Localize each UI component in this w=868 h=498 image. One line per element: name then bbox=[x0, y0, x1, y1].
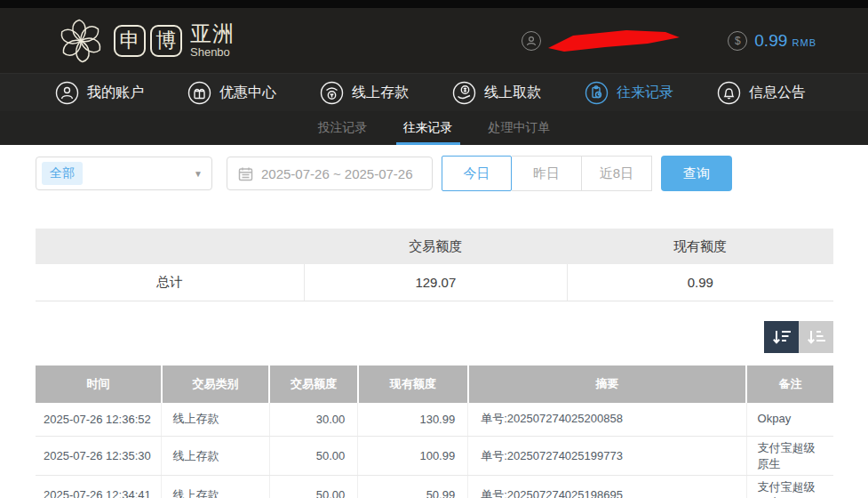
sort-descending-button[interactable] bbox=[764, 321, 799, 353]
nav-item-my-account[interactable]: 我的账户 bbox=[55, 81, 144, 105]
top-strip bbox=[0, 0, 868, 8]
cell-amount: 50.00 bbox=[269, 476, 358, 498]
cell-balance: 130.99 bbox=[358, 403, 468, 437]
cell-note: 支付宝超级原生 bbox=[746, 437, 833, 476]
user-chip[interactable] bbox=[522, 28, 681, 53]
type-selected-tag: 全部 bbox=[42, 162, 83, 185]
quick-label: 近8日 bbox=[600, 165, 633, 182]
summary-total-label: 总计 bbox=[36, 264, 305, 301]
col-header-balance: 现有额度 bbox=[358, 365, 468, 403]
brand-logo[interactable]: 申 博 亚洲 Shenbo bbox=[53, 15, 235, 67]
flower-logo-icon bbox=[53, 15, 108, 67]
cell-amount: 50.00 bbox=[269, 437, 358, 476]
quick-range-group: 今日 昨日 近8日 bbox=[442, 156, 652, 191]
bell-icon bbox=[717, 81, 741, 105]
nav-item-transaction-records[interactable]: 往来记录 bbox=[585, 81, 673, 105]
tab-transaction-records[interactable]: 往来记录 bbox=[402, 111, 455, 145]
user-avatar-icon bbox=[522, 31, 541, 51]
cell-memo: 单号:202507274025198695 bbox=[468, 476, 746, 498]
nav-label: 线上取款 bbox=[484, 84, 541, 102]
summary-header-row: 交易额度 现有额度 bbox=[36, 229, 833, 264]
balance-chip[interactable]: $ 0.99 RMB bbox=[728, 31, 816, 51]
nav-label: 优惠中心 bbox=[219, 84, 276, 102]
logo-char-box: 博 bbox=[150, 25, 182, 57]
records-header-row: 时间 交易类别 交易额度 现有额度 摘要 备注 bbox=[36, 365, 833, 403]
summary-header-trade: 交易额度 bbox=[305, 229, 567, 264]
cell-balance: 50.99 bbox=[358, 476, 468, 498]
col-header-note: 备注 bbox=[746, 365, 833, 403]
header-right: $ 0.99 RMB bbox=[522, 28, 816, 53]
logo-region-en: Shenbo bbox=[190, 46, 235, 58]
main-nav: 我的账户 优惠中心 线上存款 线上取款 往来记录 信息公告 bbox=[0, 73, 868, 111]
quick-label: 今日 bbox=[464, 165, 490, 182]
quick-today-button[interactable]: 今日 bbox=[442, 156, 512, 191]
col-header-memo: 摘要 bbox=[468, 365, 746, 403]
cell-time: 2025-07-26 12:35:30 bbox=[36, 437, 162, 476]
search-button[interactable]: 查询 bbox=[661, 156, 732, 191]
type-select[interactable]: 全部 ▼ bbox=[36, 157, 212, 190]
records-table: 时间 交易类别 交易额度 现有额度 摘要 备注 2025-07-26 12:36… bbox=[36, 365, 833, 498]
table-row: 2025-07-26 12:34:41 线上存款 50.00 50.99 单号:… bbox=[36, 476, 833, 498]
logo-region: 亚洲 Shenbo bbox=[190, 23, 235, 58]
cell-time: 2025-07-26 12:34:41 bbox=[36, 476, 162, 498]
quick-last8days-button[interactable]: 近8日 bbox=[582, 156, 652, 191]
sort-desc-icon bbox=[772, 328, 792, 346]
cell-note: Okpay bbox=[746, 403, 833, 437]
redaction-scribble bbox=[548, 28, 681, 53]
subtab-label: 往来记录 bbox=[403, 120, 453, 136]
cell-balance: 100.99 bbox=[358, 437, 468, 476]
summary-header-balance: 现有额度 bbox=[567, 229, 833, 264]
cell-type: 线上存款 bbox=[162, 437, 269, 476]
col-header-time: 时间 bbox=[36, 365, 162, 403]
cell-time: 2025-07-26 12:36:52 bbox=[36, 403, 162, 437]
gift-icon bbox=[187, 81, 211, 105]
table-row: 2025-07-26 12:36:52 线上存款 30.00 130.99 单号… bbox=[36, 403, 833, 437]
summary-total-trade: 129.07 bbox=[305, 264, 567, 301]
nav-label: 往来记录 bbox=[617, 84, 673, 102]
balance-value: 0.99 RMB bbox=[754, 31, 816, 51]
subtab-label: 处理中订单 bbox=[489, 120, 551, 136]
summary-header-empty bbox=[36, 229, 305, 264]
summary-table: 交易额度 现有额度 总计 129.07 0.99 bbox=[36, 229, 833, 301]
nav-item-online-deposit[interactable]: 线上存款 bbox=[320, 81, 409, 105]
tab-pending-orders[interactable]: 处理中订单 bbox=[487, 111, 553, 145]
cell-amount: 30.00 bbox=[269, 403, 358, 437]
subtab-label: 投注记录 bbox=[318, 120, 368, 136]
nav-label: 信息公告 bbox=[749, 84, 806, 102]
site-header: 申 博 亚洲 Shenbo $ 0.99 RMB bbox=[0, 8, 868, 73]
sub-nav: 投注记录 往来记录 处理中订单 bbox=[0, 111, 868, 145]
cell-type: 线上存款 bbox=[162, 476, 269, 498]
summary-total-row: 总计 129.07 0.99 bbox=[36, 264, 833, 301]
logo-char-box: 申 bbox=[114, 25, 146, 57]
nav-item-online-withdraw[interactable]: 线上取款 bbox=[452, 81, 541, 105]
summary-total-balance: 0.99 bbox=[567, 264, 833, 301]
table-row: 2025-07-26 12:35:30 线上存款 50.00 100.99 单号… bbox=[36, 437, 833, 476]
calendar-icon bbox=[238, 166, 253, 181]
nav-item-announcements[interactable]: 信息公告 bbox=[717, 81, 806, 105]
cell-memo: 单号:202507274025199773 bbox=[468, 437, 746, 476]
sort-ascending-button[interactable] bbox=[799, 321, 833, 353]
chevron-down-icon: ▼ bbox=[194, 169, 203, 179]
records-icon bbox=[585, 81, 609, 105]
col-header-type: 交易类别 bbox=[162, 365, 269, 403]
filter-bar: 全部 ▼ 2025-07-26 ~ 2025-07-26 今日 昨日 近8日 查… bbox=[36, 156, 833, 191]
tab-bet-records[interactable]: 投注记录 bbox=[316, 111, 370, 145]
quick-yesterday-button[interactable]: 昨日 bbox=[512, 156, 582, 191]
quick-label: 昨日 bbox=[533, 165, 560, 182]
date-range-value: 2025-07-26 ~ 2025-07-26 bbox=[261, 166, 413, 181]
deposit-icon bbox=[320, 81, 344, 105]
cell-type: 线上存款 bbox=[162, 403, 269, 437]
col-header-amount: 交易额度 bbox=[269, 365, 358, 403]
cell-note: 支付宝超级原生 bbox=[746, 476, 833, 498]
nav-label: 线上存款 bbox=[352, 84, 409, 102]
main-content: 全部 ▼ 2025-07-26 ~ 2025-07-26 今日 昨日 近8日 查… bbox=[0, 145, 868, 498]
logo-region-zh: 亚洲 bbox=[190, 23, 235, 44]
user-icon bbox=[55, 81, 79, 105]
cell-memo: 单号:202507274025200858 bbox=[468, 403, 746, 437]
withdraw-icon bbox=[452, 81, 476, 105]
nav-item-promotions[interactable]: 优惠中心 bbox=[187, 81, 276, 105]
dollar-icon: $ bbox=[728, 31, 747, 51]
sort-controls bbox=[36, 321, 833, 353]
balance-currency: RMB bbox=[792, 37, 816, 48]
date-range-input[interactable]: 2025-07-26 ~ 2025-07-26 bbox=[227, 157, 433, 190]
